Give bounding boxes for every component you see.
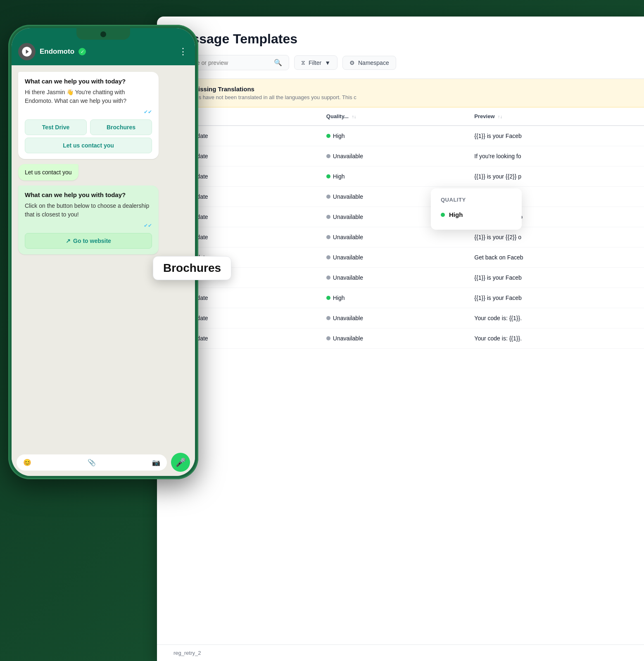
- templates-header: Message Templates 🔍 ⧖ Filter ▼ ⚙ Namespa…: [157, 17, 644, 79]
- cell-quality: High: [316, 288, 465, 308]
- cell-quality: Unavailable: [316, 227, 465, 247]
- toolbar: 🔍 ⧖ Filter ▼ ⚙ Namespace: [173, 55, 627, 70]
- cell-preview: If you're looking fo: [464, 146, 644, 166]
- cell-quality: Unavailable: [316, 146, 465, 166]
- go-to-website-button[interactable]: ↗ Go to website: [25, 233, 152, 249]
- attachment-icon[interactable]: 📎: [88, 459, 96, 466]
- contact-details: Endomoto ✓: [40, 48, 86, 56]
- table-row[interactable]: Account UpdateUnavailable{{1}} is your {…: [157, 207, 644, 227]
- col-header-preview[interactable]: Preview ↑↓: [464, 107, 644, 126]
- quality-dot-high: [441, 213, 445, 217]
- cell-quality: Unavailable: [316, 247, 465, 268]
- cell-quality: High: [316, 126, 465, 146]
- cell-preview: {{1}} is your Faceb: [464, 126, 644, 146]
- page-title: Message Templates: [173, 31, 627, 47]
- cell-preview: Your code is: {{1}}.: [464, 328, 644, 349]
- bot-message-1: What can we help you with today? Hi ther…: [18, 72, 159, 159]
- read-receipt-icon: ✔✔: [144, 109, 152, 115]
- cell-quality: Unavailable: [316, 268, 465, 288]
- emoji-icon[interactable]: 😊: [23, 459, 31, 466]
- namespace-button[interactable]: ⚙ Namespace: [342, 56, 396, 70]
- table-row[interactable]: Account UpdateUnavailable{{1}} is your {…: [157, 187, 644, 207]
- cell-preview: {{1}} is your Faceb: [464, 288, 644, 308]
- cell-quality: High: [316, 166, 465, 187]
- contact-name: Endomoto: [40, 48, 74, 56]
- col-header-quality[interactable]: Quality... ↑↓: [316, 107, 465, 126]
- templates-panel: Message Templates 🔍 ⧖ Filter ▼ ⚙ Namespa…: [157, 17, 644, 661]
- user-message: Let us contact you: [18, 164, 78, 181]
- test-drive-button[interactable]: Test Drive: [25, 119, 87, 135]
- cell-preview: {{1}} is your {{2}} o: [464, 227, 644, 247]
- cell-preview: Get back on Faceb: [464, 247, 644, 268]
- filter-button[interactable]: ⧖ Filter ▼: [294, 55, 337, 70]
- table-row[interactable]: Account UpdateHigh{{1}} is your {{2}} p: [157, 166, 644, 187]
- bot-bubble-title-2: What can we help you with today?: [25, 191, 152, 198]
- contact-info: Endomoto ✓: [18, 43, 86, 60]
- cell-preview: Your code is: {{1}}.: [464, 308, 644, 328]
- quality-popup: Quality High: [431, 188, 522, 230]
- sort-icon-preview: ↑↓: [498, 114, 502, 119]
- table-row[interactable]: Account UpdateUnavailable{{1}} is your {…: [157, 227, 644, 247]
- table-row[interactable]: Account UpdateHigh{{1}} is your Faceb: [157, 126, 644, 146]
- phone-mockup: Endomoto ✓ ⋮ What can we help you with t…: [8, 25, 198, 479]
- message-input-field[interactable]: 😊 📎 📷: [17, 454, 167, 471]
- search-icon: 🔍: [274, 59, 282, 67]
- templates-table: Category ↑↓ Quality... ↑↓ Preview ↑↓ Acc…: [157, 107, 644, 349]
- bot-message-2: What can we help you with today? Click o…: [18, 185, 159, 254]
- camera-icon[interactable]: 📷: [152, 459, 160, 466]
- phone-inner: Endomoto ✓ ⋮ What can we help you with t…: [12, 28, 195, 476]
- phone-notch: [76, 28, 130, 40]
- bottom-label: reg_retry_2: [299, 645, 345, 657]
- table-footer: reg_retry_2: [157, 644, 644, 661]
- phone-camera: [100, 31, 106, 37]
- table-container: Category ↑↓ Quality... ↑↓ Preview ↑↓ Acc…: [157, 107, 644, 349]
- sort-icon-quality: ↑↓: [352, 114, 356, 119]
- verified-badge: ✓: [78, 48, 86, 55]
- bot-bubble-title-1: What can we help you with today?: [25, 78, 152, 85]
- avatar: [18, 43, 36, 60]
- read-receipt-icon-2: ✔✔: [144, 223, 152, 228]
- quality-option-high[interactable]: High: [441, 208, 512, 221]
- bot-bubble-text-2: Click on the button below to choose a de…: [25, 202, 152, 219]
- brochures-button[interactable]: Brochures: [90, 119, 152, 135]
- chat-area: What can we help you with today? Hi ther…: [12, 65, 195, 439]
- filter-icon: ⧖: [301, 59, 305, 66]
- brochures-tooltip: Brochures: [153, 256, 231, 280]
- bot-bubble-text-1: Hi there Jasmin 👋 You're chatting with E…: [25, 88, 152, 105]
- mic-button[interactable]: 🎤: [171, 453, 190, 472]
- cell-preview: {{1}} is your {{2}} p: [464, 166, 644, 187]
- cell-quality: Unavailable: [316, 308, 465, 328]
- quick-reply-buttons: Test Drive Brochures: [25, 119, 152, 135]
- contact-button[interactable]: Let us contact you: [25, 138, 152, 153]
- table-row[interactable]: Account UpdateUnavailableIf you're looki…: [157, 146, 644, 166]
- missing-translations-banner: es are Missing Translations e templates …: [157, 79, 644, 107]
- missing-translations-title: es are Missing Translations: [173, 86, 627, 93]
- gear-icon: ⚙: [349, 59, 355, 66]
- input-bar: 😊 📎 📷 🎤: [12, 449, 195, 476]
- missing-translations-desc: e templates have not been translated in …: [173, 94, 627, 100]
- cell-quality: Unavailable: [316, 328, 465, 349]
- table-row[interactable]: Account UpdateHigh{{1}} is your Faceb: [157, 288, 644, 308]
- external-link-icon: ↗: [66, 238, 71, 244]
- quality-popup-title: Quality: [441, 197, 512, 203]
- table-row[interactable]: Account UpdateUnavailableYour code is: {…: [157, 308, 644, 328]
- cell-preview: {{1}} is your Faceb: [464, 268, 644, 288]
- chevron-down-icon: ▼: [325, 59, 330, 66]
- table-row[interactable]: Account UpdateUnavailableYour code is: {…: [157, 328, 644, 349]
- more-options-icon[interactable]: ⋮: [178, 46, 188, 57]
- quality-label-high: High: [449, 211, 463, 218]
